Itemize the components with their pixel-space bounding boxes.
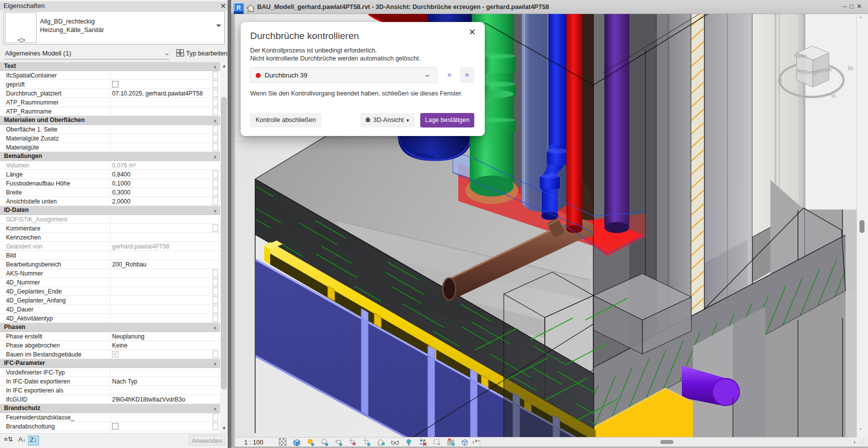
svg-text:OBEN: OBEN (794, 54, 807, 59)
svg-text:R: R (237, 4, 241, 12)
